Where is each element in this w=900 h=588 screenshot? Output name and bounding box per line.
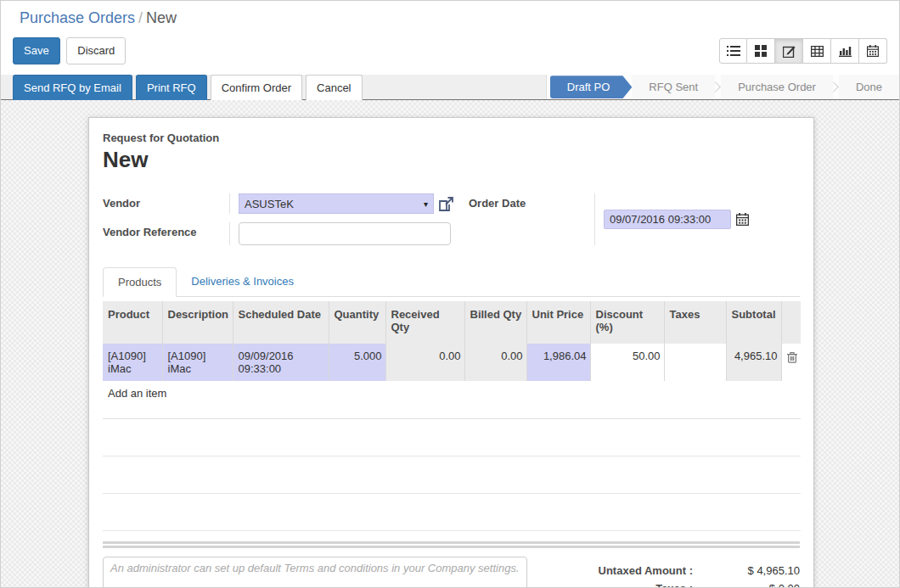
section-divider (103, 541, 800, 548)
list-view-button[interactable] (719, 38, 747, 64)
order-line-row: [A1090] iMac [A1090] iMac 09/09/2016 09:… (103, 344, 801, 381)
col-discount[interactable]: Discount (%) (590, 301, 664, 344)
form-background: Request for Quotation New Vendor ASUSTeK… (1, 100, 899, 588)
kanban-icon (755, 45, 767, 57)
page-title: New (103, 147, 800, 173)
vendor-field-cell: ASUSTeK ▾ (229, 193, 469, 214)
cancel-button[interactable]: Cancel (306, 75, 362, 100)
empty-row (103, 418, 801, 456)
taxes-label: Taxes : (545, 582, 706, 588)
totals-block: Untaxed Amount : $ 4,965.10 Taxes : $ 0.… (545, 557, 800, 588)
print-rfq-button[interactable]: Print RFQ (136, 75, 207, 100)
form-edit-icon (783, 45, 796, 58)
col-quantity[interactable]: Quantity (329, 301, 385, 344)
trash-icon[interactable] (787, 350, 798, 363)
cell-taxes[interactable] (664, 344, 726, 381)
right-field-group: Order Date (469, 193, 800, 245)
send-rfq-button[interactable]: Send RFQ by Email (13, 75, 132, 100)
pivot-icon (811, 46, 824, 57)
calendar-view-button[interactable] (859, 38, 887, 64)
table-header-row: Product Description Scheduled Date Quant… (103, 301, 801, 344)
kanban-view-button[interactable] (747, 38, 775, 64)
status-draft-po[interactable]: Draft PO (550, 76, 633, 98)
vendor-label: Vendor (103, 193, 229, 214)
breadcrumb: Purchase Orders/New (1, 1, 899, 31)
order-date-field-cell (594, 193, 800, 245)
bottom-area: Untaxed Amount : $ 4,965.10 Taxes : $ 0.… (103, 557, 800, 588)
list-icon (727, 45, 740, 57)
col-taxes[interactable]: Taxes (664, 301, 726, 344)
control-row: Save Discard (1, 31, 899, 75)
cell-discount[interactable]: 50.00 (590, 344, 664, 381)
external-link-icon[interactable] (439, 197, 453, 211)
notebook-tabs: Products Deliveries & Invoices (103, 267, 800, 297)
add-an-item-link[interactable]: Add an item (103, 381, 801, 418)
col-subtotal[interactable]: Subtotal (726, 301, 781, 344)
tab-products[interactable]: Products (103, 267, 177, 297)
cell-subtotal: 4,965.10 (726, 344, 781, 381)
status-done[interactable]: Done (839, 75, 899, 99)
sheet-subtitle: Request for Quotation (103, 132, 800, 144)
empty-row (103, 493, 801, 530)
terms-conditions-textarea[interactable] (103, 557, 527, 588)
add-item-row: Add an item (103, 381, 801, 418)
untaxed-amount-label: Untaxed Amount : (545, 564, 706, 577)
vendor-select[interactable]: ASUSTeK ▾ (239, 193, 434, 214)
order-date-input[interactable] (604, 210, 731, 229)
status-pipeline: Draft PO RFQ Sent Purchase Order Done (546, 75, 899, 99)
col-product[interactable]: Product (103, 301, 162, 344)
discard-button[interactable]: Discard (66, 37, 126, 64)
form-sheet: Request for Quotation New Vendor ASUSTeK… (88, 117, 814, 588)
cell-scheduled-date[interactable]: 09/09/2016 09:33:00 (233, 344, 329, 381)
col-actions (781, 301, 801, 344)
view-switcher (719, 38, 887, 64)
breadcrumb-parent-link[interactable]: Purchase Orders (20, 9, 135, 26)
untaxed-amount-row: Untaxed Amount : $ 4,965.10 (545, 562, 800, 580)
confirm-order-button[interactable]: Confirm Order (211, 75, 302, 100)
cell-unit-price[interactable]: 1,986.04 (526, 344, 590, 381)
taxes-row: Taxes : $ 0.00 (545, 580, 800, 588)
save-discard-group: Save Discard (13, 37, 126, 64)
cell-received-qty: 0.00 (385, 344, 464, 381)
save-button[interactable]: Save (13, 37, 60, 64)
order-date-label: Order Date (469, 193, 594, 245)
vendor-select-value: ASUSTeK (245, 198, 294, 210)
pivot-view-button[interactable] (803, 38, 831, 64)
vendor-reference-input[interactable] (239, 222, 451, 245)
col-received-qty[interactable]: Received Qty (385, 301, 464, 344)
chevron-down-icon: ▾ (424, 199, 428, 209)
col-description[interactable]: Description (162, 301, 233, 344)
taxes-value: $ 0.00 (706, 582, 800, 588)
col-scheduled-date[interactable]: Scheduled Date (233, 301, 329, 344)
vendor-reference-field-cell (229, 222, 469, 245)
graph-icon (839, 45, 852, 57)
graph-view-button[interactable] (831, 38, 859, 64)
breadcrumb-separator: / (135, 9, 146, 26)
col-billed-qty[interactable]: Billed Qty (464, 301, 526, 344)
vendor-reference-label: Vendor Reference (103, 222, 229, 245)
action-bar: Send RFQ by Email Print RFQ Confirm Orde… (1, 75, 899, 100)
empty-row (103, 456, 801, 493)
untaxed-amount-value: $ 4,965.10 (706, 564, 800, 577)
cell-delete (781, 344, 801, 381)
cell-billed-qty: 0.00 (464, 344, 526, 381)
col-unit-price[interactable]: Unit Price (526, 301, 590, 344)
app-window: Purchase Orders/New Save Discard (0, 0, 900, 588)
status-purchase-order[interactable]: Purchase Order (721, 75, 833, 99)
calendar-picker-icon[interactable] (736, 213, 749, 226)
cell-description[interactable]: [A1090] iMac (162, 344, 233, 381)
workflow-buttons: Send RFQ by Email Print RFQ Confirm Orde… (13, 75, 366, 99)
cell-product[interactable]: [A1090] iMac (103, 344, 162, 381)
tab-deliveries-invoices[interactable]: Deliveries & Invoices (177, 267, 308, 296)
calendar-icon (867, 45, 879, 57)
left-field-group: Vendor ASUSTeK ▾ Vendor Reference (103, 193, 469, 245)
status-rfq-sent[interactable]: RFQ Sent (632, 75, 715, 99)
order-lines-table: Product Description Scheduled Date Quant… (103, 301, 801, 531)
form-view-button[interactable] (775, 38, 803, 64)
breadcrumb-current: New (146, 9, 177, 26)
cell-quantity[interactable]: 5.000 (329, 344, 385, 381)
field-groups: Vendor ASUSTeK ▾ Vendor Reference Orde (103, 193, 800, 245)
